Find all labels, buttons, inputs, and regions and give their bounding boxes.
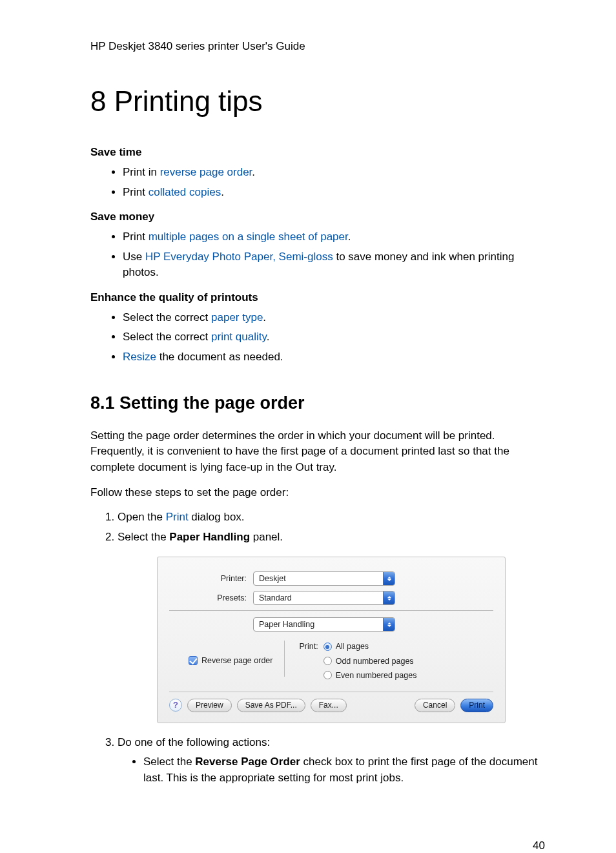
list-item: Resize the document as needed.: [123, 349, 545, 365]
text: Select the: [118, 531, 169, 543]
radio-all-pages[interactable]: All pages: [323, 641, 417, 652]
preview-button[interactable]: Preview: [187, 699, 232, 712]
list-item: Select the correct paper type.: [123, 310, 545, 326]
reverse-page-order-link[interactable]: reverse page order: [160, 166, 252, 178]
print-radio-group: All pages Odd numbered pages Even number…: [323, 641, 417, 681]
dropdown-arrows-icon: [383, 618, 395, 631]
text: Select the: [143, 755, 195, 768]
text: Use: [123, 251, 145, 263]
step-1: Open the Print dialog box.: [118, 509, 545, 526]
print-dialog: Printer: Deskjet Presets: Standard Paper…: [157, 557, 506, 723]
collated-copies-link[interactable]: collated copies: [149, 186, 221, 198]
panel-select[interactable]: Paper Handling: [253, 617, 395, 632]
step-2: Select the Paper Handling panel. Printer…: [118, 529, 545, 723]
printer-value: Deskjet: [259, 573, 286, 584]
presets-select[interactable]: Standard: [253, 591, 395, 605]
step-3-sublist: Select the Reverse Page Order check box …: [118, 754, 545, 786]
chapter-title: 8 Printing tips: [90, 81, 545, 122]
radio-icon: [323, 671, 332, 679]
text: dialog box.: [189, 511, 245, 523]
save-money-heading: Save money: [90, 209, 545, 225]
page-order-steps: Open the Print dialog box. Select the Pa…: [90, 509, 545, 786]
reverse-order-area: Reverse page order: [189, 641, 285, 677]
paragraph: Follow these steps to set the page order…: [90, 485, 545, 501]
panel-value: Paper Handling: [259, 619, 314, 630]
step-3: Do one of the following actions: Select …: [118, 735, 545, 786]
cancel-button[interactable]: Cancel: [415, 699, 455, 712]
dropdown-arrows-icon: [383, 591, 395, 604]
save-money-list: Print multiple pages on a single sheet o…: [90, 229, 545, 281]
print-quality-link[interactable]: print quality: [211, 331, 267, 343]
reverse-page-order-label: Reverse page order: [201, 655, 272, 666]
reverse-page-order-bold: Reverse Page Order: [195, 755, 300, 768]
presets-value: Standard: [259, 592, 292, 604]
radio-label: All pages: [336, 641, 369, 652]
save-time-list: Print in reverse page order. Print colla…: [90, 165, 545, 200]
divider: [169, 692, 493, 692]
resize-link[interactable]: Resize: [123, 351, 156, 363]
text: .: [348, 231, 351, 243]
list-item: Use HP Everyday Photo Paper, Semi-gloss …: [123, 249, 545, 281]
radio-icon: [323, 642, 332, 651]
print-dialog-link[interactable]: Print: [166, 511, 189, 523]
text: panel.: [250, 531, 283, 543]
radio-label: Even numbered pages: [336, 670, 417, 681]
list-item: Select the Reverse Page Order check box …: [143, 754, 545, 786]
presets-label: Presets:: [169, 592, 253, 604]
text: the document as needed.: [156, 351, 283, 363]
printer-row: Printer: Deskjet: [169, 571, 493, 586]
text: Do one of the following actions:: [118, 736, 270, 748]
panel-row: Paper Handling: [169, 617, 493, 632]
radio-icon: [323, 657, 332, 665]
paper-handling-label: Paper Handling: [169, 531, 250, 543]
section-8-1-heading: 8.1 Setting the page order: [90, 391, 545, 416]
divider: [169, 610, 493, 611]
list-item: Print multiple pages on a single sheet o…: [123, 229, 545, 245]
presets-row: Presets: Standard: [169, 591, 493, 605]
radio-label: Odd numbered pages: [336, 655, 414, 667]
list-item: Select the correct print quality.: [123, 329, 545, 345]
dialog-footer: ? Preview Save As PDF... Fax... Cancel P…: [169, 699, 493, 712]
help-icon[interactable]: ?: [169, 699, 182, 712]
print-selection-area: Print: All pages Odd numbered pages E: [285, 641, 416, 681]
fax-button[interactable]: Fax...: [311, 699, 347, 712]
print-button[interactable]: Print: [460, 699, 493, 712]
text: .: [267, 331, 270, 343]
text: Print: [123, 231, 149, 243]
list-item: Print collated copies.: [123, 185, 545, 201]
everyday-photo-paper-link[interactable]: HP Everyday Photo Paper, Semi-gloss: [145, 251, 333, 263]
text: Print in: [123, 166, 160, 178]
text: Select the correct: [123, 331, 211, 343]
text: .: [252, 166, 255, 178]
list-item: Print in reverse page order.: [123, 165, 545, 181]
dropdown-arrows-icon: [383, 572, 395, 585]
text: Print: [123, 186, 149, 198]
reverse-page-order-checkbox[interactable]: [189, 656, 198, 665]
text: Open the: [118, 511, 166, 523]
text: Select the correct: [123, 311, 211, 324]
page-header: HP Deskjet 3840 series printer User's Gu…: [90, 39, 545, 55]
save-time-heading: Save time: [90, 145, 545, 161]
paragraph: Setting the page order determines the or…: [90, 428, 545, 476]
enhance-quality-heading: Enhance the quality of printouts: [90, 290, 545, 306]
radio-even-pages[interactable]: Even numbered pages: [323, 670, 417, 681]
enhance-quality-list: Select the correct paper type. Select th…: [90, 310, 545, 365]
paper-handling-panel: Reverse page order Print: All pages Odd …: [169, 637, 493, 687]
save-as-pdf-button[interactable]: Save As PDF...: [237, 699, 305, 712]
multiple-pages-link[interactable]: multiple pages on a single sheet of pape…: [149, 231, 348, 243]
printer-label: Printer:: [169, 573, 253, 584]
print-label: Print:: [299, 641, 318, 652]
paper-type-link[interactable]: paper type: [211, 311, 263, 324]
text: .: [221, 186, 224, 198]
radio-odd-pages[interactable]: Odd numbered pages: [323, 655, 417, 667]
printer-select[interactable]: Deskjet: [253, 571, 395, 586]
text: .: [263, 311, 266, 324]
page-number: 40: [90, 838, 545, 853]
